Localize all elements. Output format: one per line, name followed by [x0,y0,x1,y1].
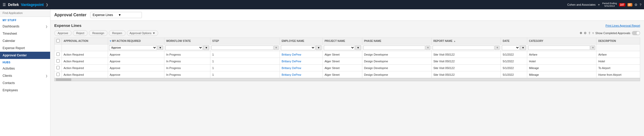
approval-options-button[interactable]: Approval Options ▼ [127,30,158,36]
filter-phase-btn[interactable]: = [426,46,430,50]
period-ending-block: Period Ending 5/31/2013 [602,2,617,7]
sidebar: MY STUFF Dashboards ❯ Timesheet Calendar… [0,9,50,136]
filter-phase-input[interactable] [363,46,425,50]
row-checkbox[interactable] [56,66,60,69]
filter-workflow-btn[interactable]: ▼ [203,45,209,50]
row-workflow-state: In Progress [164,58,210,65]
row-report-name: Site Visit 050122 [431,65,501,71]
row-step: 1 [210,58,280,65]
row-employee-name[interactable]: Brittany DePew [280,65,323,71]
dropdown-arrow-icon[interactable]: ▼ [598,3,600,6]
sidebar-item-clients[interactable]: Clients ❯ [0,72,50,79]
employee-link[interactable]: Brittany DePew [282,60,301,63]
filter-step-input[interactable] [211,46,273,50]
main-layout: MY STUFF Dashboards ❯ Timesheet Calendar… [0,9,644,136]
select-all-checkbox[interactable] [56,39,60,42]
header-checkbox-col [55,38,62,44]
approve-button[interactable]: Approve [54,30,72,36]
expand-icon[interactable]: ✥ [580,31,582,35]
row-checkbox[interactable] [56,52,60,56]
row-phase-name: Design Developme [362,58,431,65]
sidebar-item-contacts[interactable]: Contacts [0,79,50,87]
header-approval-action: APPROVAL ACTION [62,38,108,44]
reassign-button[interactable]: Reassign [89,30,108,36]
employee-link[interactable]: Brittany DePew [282,66,301,70]
row-checkbox-cell[interactable] [55,58,62,65]
sidebar-item-approval-center[interactable]: Approval Center [0,52,50,59]
help-icon[interactable]: ? [640,3,641,7]
row-employee-name[interactable]: Brittany DePew [280,58,323,65]
filter-category-btn[interactable]: ▼ [520,45,526,50]
filter-employee[interactable]: ▼ [280,44,323,51]
row-project-name: Alger Street [323,58,362,65]
sidebar-item-expense-report[interactable]: Expense Report [0,44,50,52]
dropdown-value: Expense Lines [93,13,113,17]
employee-link[interactable]: Brittany DePew [282,73,301,76]
row-checkbox-cell[interactable] [55,51,62,58]
filter-date[interactable]: ▼ [501,44,527,51]
sidebar-item-employees[interactable]: Employees [0,87,50,94]
row-my-action: Approve [108,58,164,65]
row-employee-name[interactable]: Brittany DePew [280,71,323,78]
show-completed-toggle[interactable] [632,31,640,35]
employee-link[interactable]: Brittany DePew [282,53,301,56]
nav-left: ☰ Deltek Vantagepoint ❯ [3,3,48,7]
filter-icon[interactable]: ▿ [592,31,594,35]
filter-category-select[interactable] [502,45,520,50]
row-my-action: Approve [108,51,164,58]
filter-description-input[interactable] [528,46,590,50]
row-approval-action: Action Required [62,58,108,65]
filter-my-action-btn[interactable]: ▼ [157,46,163,50]
filter-project-btn[interactable]: ▼ [355,45,361,50]
reopen-button[interactable]: Reopen [109,30,126,36]
settings-table-icon[interactable]: ⚙ [584,31,587,35]
filter-step[interactable]: = [210,44,280,51]
row-description: To Airport [596,65,640,71]
sort-report-name-icon[interactable]: ▲ [454,40,456,42]
row-approval-action: Action Required [62,51,108,58]
filter-project-select[interactable] [324,45,355,50]
row-employee-name[interactable]: Brittany DePew [280,51,323,58]
export-icon[interactable]: ⇧ [588,31,591,35]
filter-workflow-select[interactable] [165,45,203,50]
filter-description-btn[interactable]: = [591,46,595,50]
filter-report-input[interactable] [433,46,494,50]
row-checkbox-cell[interactable] [55,71,62,78]
row-checkbox-cell[interactable] [55,65,62,71]
hamburger-icon[interactable]: ☰ [3,3,6,7]
badge-orange: 87 [627,3,632,6]
row-step: 1 [210,71,280,78]
filter-approval-action [62,44,108,51]
filter-my-action[interactable]: Approve Reject Reassign ▼ [108,44,164,51]
table-row: Action Required Approve In Progress 1 Br… [55,58,640,65]
table-header-row: APPROVAL ACTION ▿ MY ACTION REQUIRED WOR… [55,38,640,44]
filter-employee-btn[interactable]: ▼ [316,45,321,50]
filter-report-btn[interactable]: = [495,46,500,50]
row-checkbox[interactable] [56,73,60,76]
filter-category-td[interactable]: = [527,44,596,51]
sidebar-item-calendar[interactable]: Calendar [0,37,50,44]
filter-step-btn[interactable]: = [274,46,279,50]
settings-icon[interactable]: ⚙ [634,3,638,7]
sidebar-item-dashboards[interactable]: Dashboards ❯ [0,23,50,30]
row-category: Airfare [527,51,596,58]
find-application-input[interactable] [0,9,50,17]
filter-report[interactable]: = [431,44,501,51]
print-lines-link[interactable]: Print Lines Approval Report [605,24,640,27]
page-header: Approval Center Expense Lines ▼ [50,9,644,21]
sidebar-item-timesheet[interactable]: Timesheet [0,30,50,37]
filter-my-action-select[interactable]: Approve Reject Reassign [109,45,157,50]
row-approval-action: Action Required [62,71,108,78]
section-title-row: Expense Lines Print Lines Approval Repor… [54,23,640,28]
row-checkbox[interactable] [56,59,60,63]
period-ending-label: Period Ending [602,2,617,5]
filter-my-action-icon[interactable]: ▿ [110,40,111,42]
chevron-icon: ❯ [45,74,48,77]
filter-phase[interactable]: = [362,44,431,51]
filter-project[interactable]: ▼ [323,44,362,51]
filter-workflow[interactable]: ▼ [164,44,210,51]
sidebar-item-activities[interactable]: Activities [0,65,50,72]
reject-button[interactable]: Reject [73,30,88,36]
filter-employee-select[interactable] [281,45,315,50]
expense-lines-dropdown[interactable]: Expense Lines ▼ [90,12,142,18]
